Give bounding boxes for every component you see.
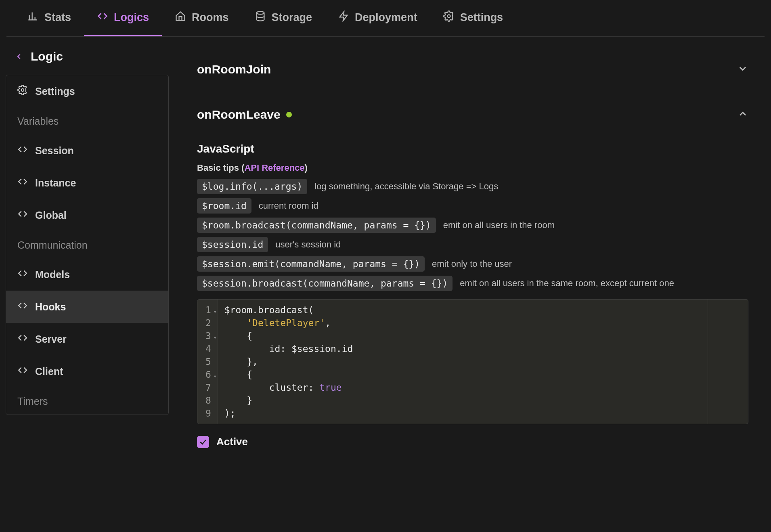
code-editor[interactable]: 123456789 $room.broadcast( 'DeletePlayer… — [197, 299, 748, 424]
sidebar-item-label: Global — [35, 209, 67, 221]
sidebar-item-session[interactable]: Session — [6, 134, 168, 167]
editor-gutter: 123456789 — [197, 300, 218, 424]
page-title: Logic — [31, 50, 63, 63]
bolt-icon — [338, 10, 349, 25]
active-row: Active — [197, 436, 748, 456]
content-area: onRoomJoin onRoomLeave JavaScript Basic … — [174, 37, 771, 532]
tab-label: Settings — [460, 11, 503, 24]
tips-intro: Basic tips (API Reference) — [197, 163, 748, 173]
tab-label: Logics — [114, 11, 149, 24]
svg-point-7 — [21, 89, 24, 92]
sidebar-section-communication: Communication — [6, 231, 168, 258]
sidebar-section-timers: Timers — [6, 387, 168, 415]
sidebar: Settings Variables Session Instance Glob… — [6, 75, 169, 415]
sidebar-item-hooks[interactable]: Hooks — [6, 291, 168, 323]
sidebar-item-label: Client — [35, 366, 63, 377]
sidebar-item-label: Instance — [35, 177, 76, 189]
tip-desc: log something, accessible via Storage =>… — [314, 181, 498, 192]
active-label: Active — [216, 436, 248, 448]
code-pill: $room.broadcast(commandName, params = {}… — [197, 218, 436, 233]
back-button[interactable] — [15, 52, 23, 61]
sidebar-item-label: Models — [35, 269, 70, 281]
tab-stats[interactable]: Stats — [15, 0, 84, 36]
tip-row: $log.info(...args)log something, accessi… — [197, 179, 748, 194]
sidebar-item-models[interactable]: Models — [6, 258, 168, 291]
code-icon — [97, 10, 108, 25]
code-icon — [17, 333, 28, 346]
tip-row: $room.idcurrent room id — [197, 198, 748, 214]
sidebar-item-settings[interactable]: Settings — [6, 75, 168, 107]
hook-title: onRoomLeave — [197, 108, 292, 121]
tab-label: Stats — [44, 11, 71, 24]
code-pill: $session.broadcast(commandName, params =… — [197, 276, 453, 291]
active-dot-icon — [286, 112, 292, 117]
sidebar-item-instance[interactable]: Instance — [6, 167, 168, 199]
hook-row-onroomleave[interactable]: onRoomLeave — [197, 98, 748, 131]
code-icon — [17, 144, 28, 157]
language-label: JavaScript — [197, 142, 748, 155]
sidebar-item-label: Hooks — [35, 301, 66, 313]
svg-point-6 — [447, 15, 450, 18]
code-pill: $room.id — [197, 198, 251, 214]
tip-row: $session.emit(commandName, params = {})e… — [197, 256, 748, 272]
code-pill: $session.emit(commandName, params = {}) — [197, 256, 425, 272]
gear-icon — [17, 85, 28, 98]
tip-desc: user's session id — [275, 239, 341, 250]
tab-rooms[interactable]: Rooms — [162, 0, 242, 36]
top-nav: Stats Logics Rooms Storage Deployment Se… — [6, 0, 765, 37]
code-icon — [17, 176, 28, 189]
tip-desc: current room id — [259, 201, 318, 211]
editor-code[interactable]: $room.broadcast( 'DeletePlayer', { id: $… — [218, 300, 360, 424]
chevron-up-icon[interactable] — [737, 108, 748, 121]
tab-settings[interactable]: Settings — [430, 0, 516, 36]
editor-scrollbar[interactable] — [708, 300, 748, 424]
code-icon — [17, 209, 28, 222]
tip-desc: emit on all users in the same room, exce… — [460, 278, 674, 289]
tab-label: Storage — [272, 11, 312, 24]
tab-deployment[interactable]: Deployment — [325, 0, 430, 36]
tip-row: $session.broadcast(commandName, params =… — [197, 276, 748, 291]
tab-logics[interactable]: Logics — [84, 0, 162, 36]
tab-label: Deployment — [355, 11, 417, 24]
gear-icon — [443, 10, 455, 25]
code-icon — [17, 300, 28, 313]
code-icon — [17, 365, 28, 378]
sidebar-item-label: Settings — [35, 86, 75, 97]
sidebar-item-global[interactable]: Global — [6, 199, 168, 231]
tip-row: $room.broadcast(commandName, params = {}… — [197, 218, 748, 233]
tab-storage[interactable]: Storage — [242, 0, 325, 36]
database-icon — [255, 10, 266, 25]
breadcrumb: Logic — [0, 37, 174, 75]
sidebar-item-label: Server — [35, 333, 67, 345]
hook-row-onroomjoin[interactable]: onRoomJoin — [197, 53, 748, 86]
code-pill: $log.info(...args) — [197, 179, 307, 194]
sidebar-item-server[interactable]: Server — [6, 323, 168, 355]
api-reference-link[interactable]: API Reference — [244, 163, 304, 173]
tip-desc: emit only to the user — [432, 259, 512, 269]
home-icon — [175, 10, 186, 25]
tip-row: $session.iduser's session id — [197, 237, 748, 252]
code-icon — [17, 268, 28, 281]
code-pill: $session.id — [197, 237, 268, 252]
tip-desc: emit on all users in the room — [443, 220, 555, 230]
hook-title: onRoomJoin — [197, 63, 271, 76]
bar-chart-icon — [27, 10, 39, 25]
tab-label: Rooms — [192, 11, 229, 24]
active-checkbox[interactable] — [197, 436, 209, 448]
sidebar-section-variables: Variables — [6, 107, 168, 134]
sidebar-item-client[interactable]: Client — [6, 355, 168, 387]
chevron-down-icon[interactable] — [737, 63, 748, 76]
svg-marker-5 — [340, 11, 348, 21]
sidebar-item-label: Session — [35, 145, 74, 157]
svg-point-4 — [256, 11, 264, 14]
